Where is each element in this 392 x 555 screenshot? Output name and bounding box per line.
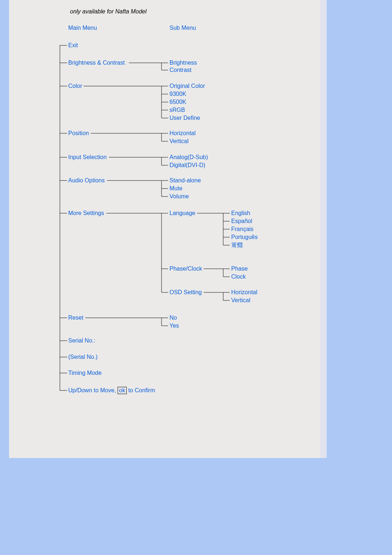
sub-srgb: sRGB (170, 106, 185, 114)
osd-horizontal: Horizontal (231, 289, 257, 296)
sub-contrast: Contrast (170, 66, 191, 74)
lang-portugues: Português (231, 234, 258, 241)
main-input-selection: Input Selection (68, 154, 107, 161)
scrollbar-track[interactable] (320, 0, 327, 458)
hint-pre: Up/Down to Move, (68, 387, 116, 393)
main-reset: Reset (68, 314, 83, 321)
main-brightness-contrast: Brightness & Contrast (68, 59, 125, 66)
sub-no: No (170, 314, 177, 321)
main-color: Color (68, 82, 82, 90)
sub-mute: Mute (170, 185, 183, 192)
sub-analog: Analog(D-Sub) (170, 154, 208, 161)
sub-user-define: User Define (170, 114, 200, 122)
pc-phase: Phase (231, 265, 248, 272)
sub-6500k: 6500K (170, 98, 186, 106)
note-text: only available for Nafta Model (70, 8, 147, 15)
main-position: Position (68, 130, 89, 137)
sub-9300k: 9300K (170, 90, 186, 98)
diagram-page: only available for Nafta Model Main Menu… (9, 0, 320, 458)
sub-volume: Volume (170, 193, 189, 200)
main-menu-header: Main Menu (68, 24, 97, 32)
main-timing-mode: Timing Mode (68, 369, 102, 377)
lang-espanol: Español (231, 218, 252, 225)
pc-clock: Clock (231, 273, 246, 280)
lang-english: English (231, 210, 250, 217)
sub-menu-header: Sub Menu (170, 24, 196, 32)
sub-vertical: Vertical (170, 138, 188, 145)
sub-yes: Yes (170, 322, 179, 329)
main-more-settings: More Settings (68, 210, 104, 217)
hint-post: to Confirm (128, 387, 155, 393)
sub-digital: Digital(DVI-D) (170, 162, 205, 169)
main-serial-no-label: Serial No.: (68, 337, 95, 344)
sub-brightness: Brightness (170, 59, 197, 66)
ok-box: ok (118, 387, 127, 394)
sub-language: Language (170, 210, 195, 217)
connector-lines (9, 0, 320, 458)
lang-francais: Français (231, 226, 253, 233)
sub-osd-setting: OSD Setting (170, 289, 202, 296)
sub-stand-alone: Stand-alone (170, 177, 201, 184)
sub-phase-clock: Phase/Clock (170, 265, 202, 272)
lang-chinese: 箿㦩 (231, 242, 243, 249)
sub-horizontal: Horizontal (170, 130, 196, 137)
main-exit: Exit (68, 42, 78, 49)
sub-original-color: Original Color (170, 82, 205, 90)
main-hint: Up/Down to Move, ok to Confirm (68, 387, 155, 394)
main-serial-no-value: (Serial No.) (68, 353, 98, 361)
main-audio-options: Audio Options (68, 177, 105, 184)
osd-vertical: Vertical (231, 297, 250, 304)
